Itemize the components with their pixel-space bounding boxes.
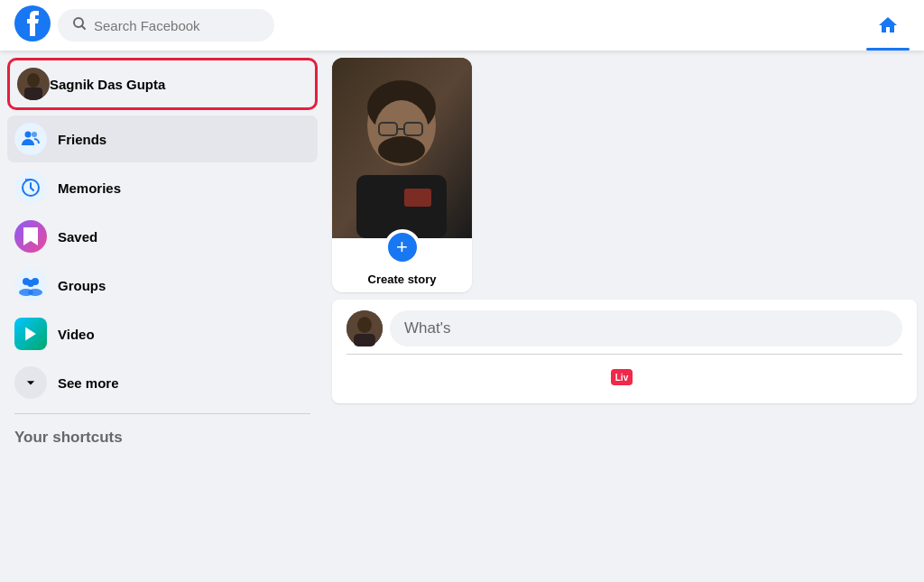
story-card-user[interactable]: + Create story — [332, 58, 472, 292]
video-icon — [14, 318, 47, 350]
sidebar-item-saved[interactable]: Saved — [7, 213, 318, 260]
sidebar-divider — [14, 413, 310, 414]
svg-marker-14 — [25, 328, 36, 341]
story-user-image — [332, 58, 472, 234]
svg-point-22 — [378, 136, 425, 163]
sidebar-groups-label: Groups — [58, 278, 106, 293]
search-bar[interactable] — [58, 9, 274, 42]
svg-point-26 — [357, 317, 372, 333]
post-box-actions: Liv — [346, 354, 902, 393]
sidebar-item-memories[interactable]: Memories — [7, 164, 318, 211]
svg-point-13 — [28, 289, 42, 296]
post-placeholder-text: What's — [404, 319, 450, 337]
create-story-label: Create story — [368, 273, 437, 286]
sidebar-item-friends[interactable]: Friends — [7, 115, 318, 162]
shortcuts-heading: Your shortcuts — [7, 421, 318, 454]
facebook-logo[interactable] — [14, 5, 51, 45]
sidebar-item-video[interactable]: Video — [7, 310, 318, 357]
create-story-section: + Create story — [332, 234, 472, 292]
svg-line-2 — [82, 26, 86, 30]
create-story-button[interactable]: + — [384, 229, 420, 265]
main-content: Sagnik Das Gupta Friends — [0, 0, 924, 582]
sidebar-item-groups[interactable]: Groups — [7, 262, 318, 309]
sidebar-saved-label: Saved — [58, 229, 97, 245]
svg-rect-27 — [354, 334, 375, 346]
navbar — [0, 0, 924, 51]
svg-point-7 — [32, 132, 37, 137]
svg-rect-5 — [24, 88, 42, 100]
sidebar-item-see-more[interactable]: See more — [7, 359, 318, 406]
post-input[interactable]: What's — [390, 310, 902, 346]
sidebar-memories-label: Memories — [58, 180, 121, 196]
search-icon — [72, 16, 87, 34]
sidebar: Sagnik Das Gupta Friends — [0, 51, 325, 582]
sidebar-item-profile[interactable]: Sagnik Das Gupta — [7, 58, 318, 110]
post-box: What's Liv — [332, 300, 917, 403]
svg-point-11 — [27, 280, 34, 287]
profile-name: Sagnik Das Gupta — [50, 77, 165, 92]
live-icon: Liv — [611, 369, 633, 385]
live-label: Liv — [615, 373, 628, 383]
saved-icon — [14, 220, 47, 253]
groups-icon — [14, 269, 47, 301]
live-video-button[interactable]: Liv — [346, 362, 902, 393]
plus-icon: + — [396, 237, 408, 257]
memories-icon — [14, 171, 47, 204]
home-button[interactable] — [866, 4, 910, 47]
search-input[interactable] — [94, 18, 260, 33]
chevron-down-icon — [14, 366, 47, 399]
right-content: + Create story What's — [325, 51, 924, 582]
post-avatar — [346, 310, 383, 346]
post-box-top: What's — [346, 310, 902, 346]
stories-row: + Create story — [332, 58, 917, 292]
sidebar-friends-label: Friends — [58, 132, 106, 147]
nav-right — [866, 4, 910, 47]
svg-rect-24 — [404, 189, 431, 207]
profile-avatar — [17, 68, 50, 100]
sidebar-video-label: Video — [58, 327, 95, 342]
svg-point-6 — [25, 132, 32, 138]
svg-point-4 — [27, 73, 40, 88]
friends-icon — [14, 123, 47, 155]
sidebar-see-more-label: See more — [58, 375, 119, 391]
